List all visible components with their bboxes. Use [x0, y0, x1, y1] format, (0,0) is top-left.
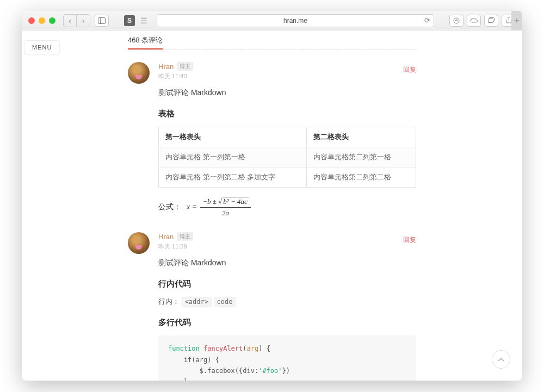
formula: 公式： x = −b ± √b² − 4ac 2a: [158, 197, 416, 217]
download-icon: [453, 17, 460, 24]
reply-button[interactable]: 回复: [403, 65, 416, 74]
svg-rect-0: [98, 17, 106, 23]
share-icon: [506, 17, 512, 24]
comment-count: 468 条评论: [128, 35, 163, 49]
code-string: '#foo': [258, 367, 282, 375]
avatar[interactable]: [128, 62, 150, 84]
code-block: function fancyAlert(arg) { if(arg) { $.f…: [158, 335, 416, 381]
reader-mode-icon[interactable]: ☰: [140, 16, 151, 25]
code-text: ) {: [258, 345, 270, 352]
table-cell: 内容单元格第二列第二格: [306, 167, 416, 188]
comment-text: 测试评论 Markdown: [158, 258, 416, 268]
code-text: }): [282, 367, 290, 375]
comment: Hran 博主 回复 昨天 11:40 测试评论 Markdown 表格 第一格…: [128, 62, 416, 217]
site-badge: S: [124, 15, 135, 26]
table-cell: 内容单元格第二列第一格: [306, 147, 416, 167]
divider: [128, 49, 416, 50]
tabs-icon: [488, 17, 495, 23]
table-cell: 内容单元格 第一列第一格: [159, 147, 307, 167]
downloads-button[interactable]: [449, 15, 463, 27]
formula-num-prefix: −b ±: [202, 197, 218, 206]
formula-lhs: x =: [187, 203, 197, 211]
table-row: 内容单元格 第一列第二格 多加文字 内容单元格第二列第二格: [159, 167, 416, 188]
forward-button[interactable]: ›: [77, 15, 90, 27]
sidebar-toggle[interactable]: [95, 15, 109, 27]
cloud-tabs-button[interactable]: [467, 15, 481, 27]
section-title: 表格: [158, 109, 416, 119]
code-text: $.facebox({div:: [168, 367, 258, 375]
comment-author[interactable]: Hran: [158, 233, 174, 241]
table-cell: 内容单元格 第一列第二格 多加文字: [159, 167, 307, 188]
window-close-button[interactable]: [28, 17, 35, 24]
formula-sqrt: b² − 4ac: [222, 197, 248, 206]
markdown-table: 第一格表头 第二格表头 内容单元格 第一列第一格 内容单元格第二列第一格 内容单…: [158, 127, 416, 188]
table-header: 第一格表头: [159, 127, 307, 147]
url-bar[interactable]: hran.me ⟳: [157, 14, 434, 27]
reload-icon[interactable]: ⟳: [424, 16, 430, 24]
window-minimize-button[interactable]: [39, 17, 45, 24]
table-header: 第二格表头: [306, 127, 416, 147]
formula-label: 公式：: [158, 202, 181, 212]
code-keyword: function: [168, 345, 200, 352]
reply-button[interactable]: 回复: [403, 235, 416, 245]
code-text: if(arg) {: [168, 356, 219, 364]
back-button[interactable]: ‹: [64, 15, 77, 27]
table-row: 内容单元格 第一列第一格 内容单元格第二列第一格: [159, 147, 416, 167]
chevron-up-icon: [498, 357, 504, 362]
comment-author[interactable]: Hran: [158, 63, 174, 71]
inline-code-row: 行内： <addr> code: [158, 297, 416, 307]
formula-denominator: 2a: [222, 208, 229, 217]
inline-code: <addr>: [182, 297, 212, 307]
tabs-button[interactable]: [484, 15, 498, 27]
menu-button[interactable]: MENU: [24, 40, 60, 54]
comment: Hran 博主 回复 昨天 11:39 测试评论 Markdown 行内代码 行…: [128, 232, 416, 381]
section-title: 行内代码: [158, 279, 416, 289]
cloud-icon: [470, 18, 478, 23]
table-row: 第一格表头 第二格表头: [159, 127, 416, 147]
comment-timestamp: 昨天 11:39: [158, 242, 416, 251]
code-function: fancyAlert: [203, 345, 243, 352]
comment-text: 测试评论 Markdown: [158, 88, 416, 98]
inline-code: code: [214, 297, 236, 307]
new-tab-button[interactable]: +: [511, 11, 522, 30]
section-title: 多行代码: [158, 318, 416, 328]
scroll-to-top-button[interactable]: [492, 350, 510, 369]
code-text: }: [168, 378, 188, 381]
url-text: hran.me: [283, 17, 307, 24]
page-content: MENU 468 条评论 Hran 博主 回复 昨天 11:40 测试评论 Ma…: [22, 30, 522, 381]
browser-titlebar: ‹ › S ☰ hran.me ⟳: [22, 11, 522, 30]
svg-rect-4: [488, 19, 493, 23]
author-badge: 博主: [177, 62, 193, 71]
window-maximize-button[interactable]: [49, 17, 55, 24]
avatar[interactable]: [128, 232, 150, 254]
author-badge: 博主: [177, 232, 193, 241]
sidebar-icon: [98, 17, 106, 24]
inline-prefix: 行内：: [158, 297, 180, 306]
comment-timestamp: 昨天 11:40: [158, 72, 416, 80]
code-arg: arg: [247, 345, 259, 352]
